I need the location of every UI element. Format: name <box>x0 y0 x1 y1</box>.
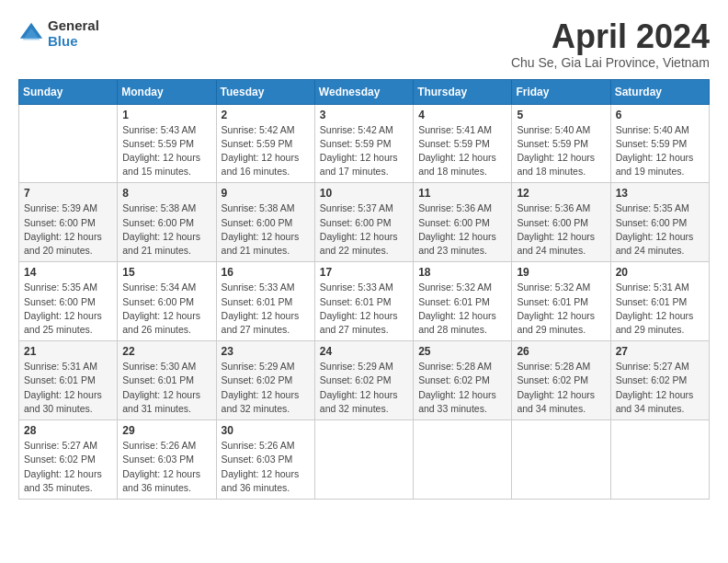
day-info: Sunrise: 5:34 AM Sunset: 6:00 PM Dayligh… <box>122 281 210 337</box>
day-info: Sunrise: 5:40 AM Sunset: 5:59 PM Dayligh… <box>616 123 704 179</box>
day-number: 15 <box>122 266 210 279</box>
day-number: 7 <box>24 187 112 200</box>
calendar-cell: 23Sunrise: 5:29 AM Sunset: 6:02 PM Dayli… <box>216 341 314 420</box>
calendar-week-row: 1Sunrise: 5:43 AM Sunset: 5:59 PM Daylig… <box>19 104 710 183</box>
day-info: Sunrise: 5:27 AM Sunset: 6:02 PM Dayligh… <box>616 360 704 416</box>
calendar-cell: 14Sunrise: 5:35 AM Sunset: 6:00 PM Dayli… <box>19 262 118 341</box>
logo-blue: Blue <box>48 34 99 50</box>
day-number: 26 <box>517 345 605 358</box>
calendar-cell: 5Sunrise: 5:40 AM Sunset: 5:59 PM Daylig… <box>512 104 610 183</box>
weekday-header-tuesday: Tuesday <box>216 79 314 104</box>
day-info: Sunrise: 5:35 AM Sunset: 6:00 PM Dayligh… <box>24 281 112 337</box>
day-info: Sunrise: 5:28 AM Sunset: 6:02 PM Dayligh… <box>517 360 605 416</box>
day-info: Sunrise: 5:38 AM Sunset: 6:00 PM Dayligh… <box>122 201 210 258</box>
day-number: 2 <box>222 109 310 121</box>
calendar-cell: 22Sunrise: 5:30 AM Sunset: 6:01 PM Dayli… <box>118 341 216 420</box>
calendar-cell: 4Sunrise: 5:41 AM Sunset: 5:59 PM Daylig… <box>414 104 512 183</box>
calendar-cell: 8Sunrise: 5:38 AM Sunset: 6:00 PM Daylig… <box>118 183 216 262</box>
calendar-cell: 6Sunrise: 5:40 AM Sunset: 5:59 PM Daylig… <box>610 104 709 183</box>
calendar-cell: 11Sunrise: 5:36 AM Sunset: 6:00 PM Dayli… <box>414 183 512 262</box>
day-number: 14 <box>24 266 112 279</box>
weekday-header-wednesday: Wednesday <box>314 79 413 104</box>
logo-general: General <box>48 18 99 34</box>
weekday-header-thursday: Thursday <box>414 79 512 104</box>
page-header: General Blue April 2024 Chu Se, Gia Lai … <box>18 18 710 70</box>
day-number: 13 <box>616 187 704 200</box>
day-number: 30 <box>222 424 310 437</box>
day-info: Sunrise: 5:31 AM Sunset: 6:01 PM Dayligh… <box>616 281 704 337</box>
calendar-week-row: 7Sunrise: 5:39 AM Sunset: 6:00 PM Daylig… <box>19 183 710 262</box>
day-info: Sunrise: 5:33 AM Sunset: 6:01 PM Dayligh… <box>320 281 408 337</box>
logo-icon <box>18 21 44 47</box>
calendar-cell: 25Sunrise: 5:28 AM Sunset: 6:02 PM Dayli… <box>414 341 512 420</box>
day-info: Sunrise: 5:29 AM Sunset: 6:02 PM Dayligh… <box>222 360 310 416</box>
day-number: 11 <box>418 187 506 200</box>
day-number: 18 <box>418 266 506 279</box>
day-info: Sunrise: 5:39 AM Sunset: 6:00 PM Dayligh… <box>24 201 112 258</box>
calendar-cell: 9Sunrise: 5:38 AM Sunset: 6:00 PM Daylig… <box>216 183 314 262</box>
day-number: 19 <box>517 266 605 279</box>
logo: General Blue <box>18 18 99 49</box>
day-info: Sunrise: 5:26 AM Sunset: 6:03 PM Dayligh… <box>222 439 310 495</box>
calendar-cell: 24Sunrise: 5:29 AM Sunset: 6:02 PM Dayli… <box>314 341 413 420</box>
day-number: 17 <box>320 266 408 279</box>
day-info: Sunrise: 5:41 AM Sunset: 5:59 PM Dayligh… <box>418 123 506 179</box>
day-info: Sunrise: 5:35 AM Sunset: 6:00 PM Dayligh… <box>616 201 704 258</box>
day-info: Sunrise: 5:28 AM Sunset: 6:02 PM Dayligh… <box>418 360 506 416</box>
weekday-header-monday: Monday <box>118 79 216 104</box>
month-title: April 2024 <box>511 18 710 55</box>
weekday-header-saturday: Saturday <box>610 79 709 104</box>
day-info: Sunrise: 5:37 AM Sunset: 6:00 PM Dayligh… <box>320 201 408 258</box>
day-info: Sunrise: 5:32 AM Sunset: 6:01 PM Dayligh… <box>418 281 506 337</box>
day-info: Sunrise: 5:33 AM Sunset: 6:01 PM Dayligh… <box>222 281 310 337</box>
day-number: 1 <box>122 109 210 121</box>
day-info: Sunrise: 5:27 AM Sunset: 6:02 PM Dayligh… <box>24 439 112 495</box>
calendar-cell: 2Sunrise: 5:42 AM Sunset: 5:59 PM Daylig… <box>216 104 314 183</box>
calendar-cell: 20Sunrise: 5:31 AM Sunset: 6:01 PM Dayli… <box>610 262 709 341</box>
day-info: Sunrise: 5:36 AM Sunset: 6:00 PM Dayligh… <box>418 201 506 258</box>
location: Chu Se, Gia Lai Province, Vietnam <box>511 55 710 70</box>
day-info: Sunrise: 5:31 AM Sunset: 6:01 PM Dayligh… <box>24 360 112 416</box>
calendar-cell: 12Sunrise: 5:36 AM Sunset: 6:00 PM Dayli… <box>512 183 610 262</box>
day-info: Sunrise: 5:43 AM Sunset: 5:59 PM Dayligh… <box>122 123 210 179</box>
day-info: Sunrise: 5:38 AM Sunset: 6:00 PM Dayligh… <box>222 201 310 258</box>
calendar-cell <box>314 420 413 500</box>
day-number: 21 <box>24 345 112 358</box>
calendar-cell <box>512 420 610 500</box>
day-info: Sunrise: 5:30 AM Sunset: 6:01 PM Dayligh… <box>122 360 210 416</box>
title-block: April 2024 Chu Se, Gia Lai Province, Vie… <box>511 18 710 70</box>
calendar-cell: 19Sunrise: 5:32 AM Sunset: 6:01 PM Dayli… <box>512 262 610 341</box>
day-number: 12 <box>517 187 605 200</box>
weekday-header-sunday: Sunday <box>19 79 118 104</box>
calendar-cell: 21Sunrise: 5:31 AM Sunset: 6:01 PM Dayli… <box>19 341 118 420</box>
calendar-cell <box>414 420 512 500</box>
day-info: Sunrise: 5:29 AM Sunset: 6:02 PM Dayligh… <box>320 360 408 416</box>
day-number: 28 <box>24 424 112 437</box>
day-number: 8 <box>122 187 210 200</box>
day-number: 16 <box>222 266 310 279</box>
day-info: Sunrise: 5:36 AM Sunset: 6:00 PM Dayligh… <box>517 201 605 258</box>
day-number: 25 <box>418 345 506 358</box>
calendar-cell: 13Sunrise: 5:35 AM Sunset: 6:00 PM Dayli… <box>610 183 709 262</box>
calendar-cell: 29Sunrise: 5:26 AM Sunset: 6:03 PM Dayli… <box>118 420 216 500</box>
calendar-cell: 28Sunrise: 5:27 AM Sunset: 6:02 PM Dayli… <box>19 420 118 500</box>
calendar-week-row: 14Sunrise: 5:35 AM Sunset: 6:00 PM Dayli… <box>19 262 710 341</box>
weekday-header-row: SundayMondayTuesdayWednesdayThursdayFrid… <box>19 79 710 104</box>
calendar-cell: 7Sunrise: 5:39 AM Sunset: 6:00 PM Daylig… <box>19 183 118 262</box>
day-number: 6 <box>616 109 704 121</box>
day-number: 22 <box>122 345 210 358</box>
day-info: Sunrise: 5:26 AM Sunset: 6:03 PM Dayligh… <box>122 439 210 495</box>
day-number: 29 <box>122 424 210 437</box>
calendar-cell: 17Sunrise: 5:33 AM Sunset: 6:01 PM Dayli… <box>314 262 413 341</box>
day-number: 24 <box>320 345 408 358</box>
logo-text: General Blue <box>48 18 99 49</box>
calendar-week-row: 21Sunrise: 5:31 AM Sunset: 6:01 PM Dayli… <box>19 341 710 420</box>
day-info: Sunrise: 5:32 AM Sunset: 6:01 PM Dayligh… <box>517 281 605 337</box>
calendar-cell <box>19 104 118 183</box>
calendar-cell: 30Sunrise: 5:26 AM Sunset: 6:03 PM Dayli… <box>216 420 314 500</box>
day-number: 27 <box>616 345 704 358</box>
calendar-cell: 1Sunrise: 5:43 AM Sunset: 5:59 PM Daylig… <box>118 104 216 183</box>
calendar-cell: 15Sunrise: 5:34 AM Sunset: 6:00 PM Dayli… <box>118 262 216 341</box>
calendar-cell: 16Sunrise: 5:33 AM Sunset: 6:01 PM Dayli… <box>216 262 314 341</box>
calendar-cell: 10Sunrise: 5:37 AM Sunset: 6:00 PM Dayli… <box>314 183 413 262</box>
